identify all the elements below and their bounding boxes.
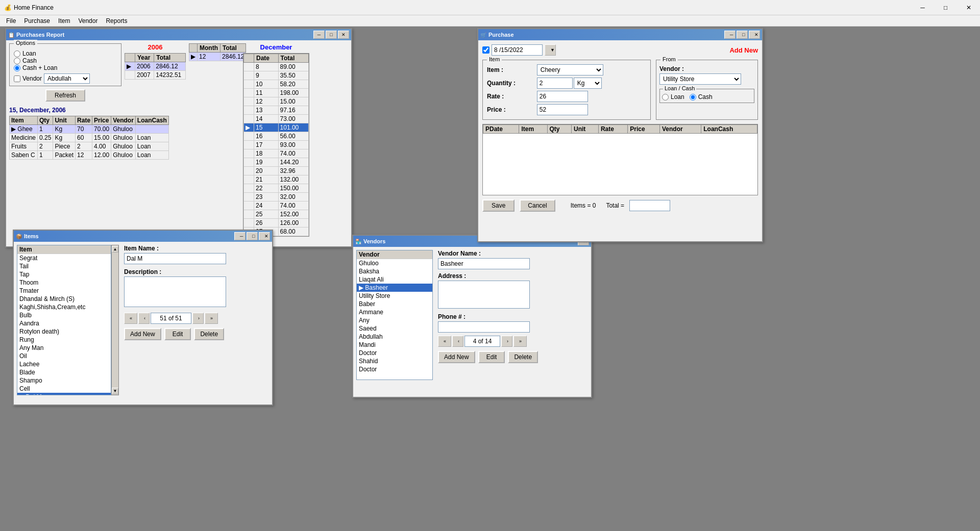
items-last-btn[interactable]: »	[205, 313, 218, 324]
list-item[interactable]: Aandra	[17, 319, 111, 327]
december-row[interactable]: 24 74.00	[244, 201, 309, 210]
vendor-name-input[interactable]	[438, 258, 530, 269]
vendors-add-new-btn[interactable]: Add New	[438, 351, 475, 363]
list-item[interactable]: Utility Store	[357, 292, 432, 300]
items-prev-btn[interactable]: ‹	[138, 313, 150, 324]
december-row[interactable]: 22 150.00	[244, 184, 309, 193]
vendors-listbox[interactable]: Vendor Ghuloo Baksha Liaqat Ali ▶ Bashee…	[356, 250, 433, 380]
december-row[interactable]: 26 126.00	[244, 219, 309, 227]
december-row[interactable]: 21 132.00	[244, 175, 309, 184]
maximize-btn[interactable]: □	[934, 0, 957, 15]
cash-radio[interactable]: Cash	[14, 57, 117, 64]
december-row[interactable]: 12 15.00	[244, 97, 309, 106]
list-item[interactable]: Ammane	[357, 308, 432, 316]
add-new-label[interactable]: Add New	[729, 46, 758, 54]
december-row[interactable]: 23 32.00	[244, 193, 309, 201]
list-item[interactable]: Lachee	[17, 360, 111, 368]
loan-radio[interactable]: Loan	[14, 50, 117, 57]
date-checkbox[interactable]	[482, 46, 489, 54]
refresh-button[interactable]: Refresh	[45, 89, 85, 102]
list-item[interactable]: Blade	[17, 368, 111, 376]
december-row[interactable]: 25 152.00	[244, 210, 309, 219]
cash-loan-radio[interactable]: Cash + Loan	[14, 64, 117, 71]
list-item[interactable]: Doctor	[357, 365, 432, 373]
save-button[interactable]: Save	[482, 199, 514, 212]
purchase-maximize-btn[interactable]: □	[737, 31, 748, 39]
items-listbox[interactable]: Item Segrat Tail Tap Thoom Tmater Dhanda…	[17, 245, 111, 395]
vendor-select[interactable]: Abdullah	[44, 73, 90, 84]
list-item[interactable]: Ghuloo	[357, 259, 432, 267]
purchases-minimize-btn[interactable]: ─	[313, 31, 325, 39]
rate-input[interactable]	[537, 91, 588, 102]
list-item[interactable]: Shahid	[357, 357, 432, 365]
list-item[interactable]: Liaqat Ali	[357, 275, 432, 284]
december-row[interactable]: 13 97.16	[244, 106, 309, 115]
list-item[interactable]: Any	[357, 316, 432, 324]
list-item[interactable]: Cell	[17, 385, 111, 393]
item-select[interactable]: Cheery	[537, 64, 603, 75]
items-scroll-up[interactable]: ▲	[112, 246, 118, 252]
december-row[interactable]: 10 58.20	[244, 80, 309, 89]
menu-item[interactable]: Item	[54, 16, 74, 26]
loan-radio-option[interactable]: Loan	[662, 93, 684, 100]
list-item[interactable]: Oil	[17, 352, 111, 360]
items-edit-btn[interactable]: Edit	[164, 328, 191, 340]
cash-radio-option[interactable]: Cash	[690, 93, 713, 100]
list-item[interactable]: Rung	[17, 336, 111, 344]
list-item[interactable]: Vendor	[357, 250, 432, 259]
close-btn[interactable]: ✕	[957, 0, 980, 15]
items-delete-btn[interactable]: Delete	[194, 328, 224, 340]
list-item[interactable]: ▶ Basheer	[357, 284, 432, 292]
minimize-btn[interactable]: ─	[911, 0, 934, 15]
description-input[interactable]	[124, 276, 226, 307]
vendor-checkbox[interactable]	[14, 75, 20, 82]
list-item[interactable]: Saeed	[357, 324, 432, 333]
purchase-close-btn[interactable]: ✕	[749, 31, 760, 39]
vendors-delete-btn[interactable]: Delete	[508, 351, 538, 363]
list-item[interactable]: Baksha	[357, 267, 432, 275]
purchases-close-btn[interactable]: ✕	[338, 31, 349, 39]
list-item[interactable]: Kaghi,Shisha,Cream,etc	[17, 303, 111, 311]
date-input[interactable]	[492, 44, 543, 56]
list-item[interactable]: Segrat	[17, 254, 111, 262]
vendors-last-btn[interactable]: »	[513, 336, 527, 347]
december-row[interactable]: 16 56.00	[244, 132, 309, 141]
menu-purchase[interactable]: Purchase	[20, 16, 54, 26]
list-item[interactable]: Item	[17, 245, 111, 254]
list-item[interactable]: Thoom	[17, 279, 111, 287]
items-maximize-btn[interactable]: □	[247, 232, 258, 240]
december-row[interactable]: 9 35.50	[244, 71, 309, 80]
vendors-prev-btn[interactable]: ‹	[452, 336, 463, 347]
items-close-btn[interactable]: ✕	[259, 232, 270, 240]
items-next-btn[interactable]: ›	[192, 313, 204, 324]
price-input[interactable]	[537, 104, 588, 115]
list-item[interactable]: Tmater	[17, 287, 111, 295]
vendor-dropdown[interactable]: Utility Store	[659, 73, 741, 85]
items-scroll-down[interactable]: ▼	[112, 388, 118, 394]
list-item[interactable]: Doctor	[357, 349, 432, 357]
menu-vendor[interactable]: Vendor	[74, 16, 102, 26]
items-first-btn[interactable]: «	[124, 313, 137, 324]
december-row[interactable]: 20 32.96	[244, 167, 309, 175]
vendors-next-btn[interactable]: ›	[501, 336, 512, 347]
december-row[interactable]: 14 73.00	[244, 115, 309, 123]
list-item[interactable]: Shampo	[17, 376, 111, 385]
items-minimize-btn[interactable]: ─	[234, 232, 246, 240]
item-name-input[interactable]	[124, 253, 226, 264]
purchases-maximize-btn[interactable]: □	[326, 31, 337, 39]
vendors-edit-btn[interactable]: Edit	[478, 351, 505, 363]
december-row[interactable]: ▶ 15 101.00	[244, 123, 309, 132]
list-item[interactable]: ▶ Dal M	[17, 393, 111, 395]
vendor-address-input[interactable]	[438, 281, 530, 309]
list-item[interactable]: Abdullah	[357, 333, 432, 341]
december-row[interactable]: 18 74.00	[244, 149, 309, 158]
december-row[interactable]: 17 93.00	[244, 141, 309, 149]
december-row[interactable]: 11 198.00	[244, 89, 309, 97]
list-item[interactable]: Tail	[17, 262, 111, 270]
quantity-input[interactable]	[537, 78, 573, 89]
december-row[interactable]: 19 144.20	[244, 158, 309, 167]
list-item[interactable]: Bulb	[17, 311, 111, 319]
vendor-phone-input[interactable]	[438, 321, 530, 333]
list-item[interactable]: Dhandal & Mirch (S)	[17, 295, 111, 303]
menu-reports[interactable]: Reports	[102, 16, 131, 26]
